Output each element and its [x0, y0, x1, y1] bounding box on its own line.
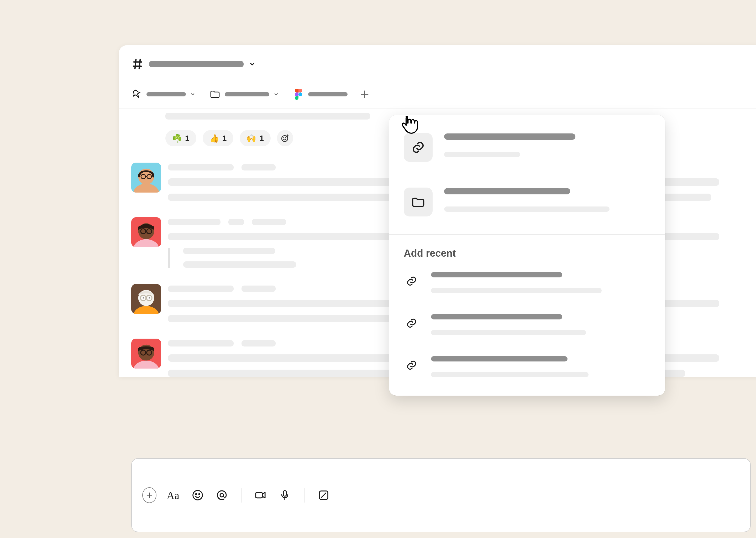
separator: [241, 488, 242, 503]
popover-add-folder[interactable]: [404, 187, 646, 217]
recent-item-title: [431, 272, 562, 277]
chevron-down-icon[interactable]: [249, 61, 256, 68]
canvas-button[interactable]: [316, 488, 331, 502]
add-reaction-button[interactable]: [277, 130, 293, 146]
popover-item-subtitle: [444, 152, 520, 157]
avatar[interactable]: [131, 163, 161, 192]
reply-preview[interactable]: [168, 248, 299, 268]
svg-point-7: [299, 92, 302, 96]
popover-recent-item[interactable]: [389, 346, 665, 396]
channel-name: [149, 61, 244, 67]
pin-icon: [131, 89, 142, 100]
link-icon: [404, 357, 419, 373]
popover-recent-heading: Add recent: [389, 235, 665, 262]
attach-button[interactable]: [142, 488, 157, 502]
emoji-clover-icon: ☘️: [172, 134, 182, 143]
reaction-count: 1: [185, 134, 190, 143]
video-button[interactable]: [254, 488, 268, 502]
link-icon: [404, 133, 433, 162]
popover-recent-item[interactable]: [389, 304, 665, 346]
emoji-raisedhands-icon: 🙌: [247, 134, 256, 143]
recent-item-subtitle: [431, 372, 589, 377]
popover-add-link[interactable]: [404, 133, 646, 162]
popover-recent-item[interactable]: [389, 262, 665, 304]
recent-item-subtitle: [431, 330, 586, 335]
svg-line-3: [139, 59, 140, 69]
avatar[interactable]: [131, 339, 161, 369]
bookmark-label: [147, 92, 186, 96]
reaction-clover[interactable]: ☘️ 1: [165, 130, 196, 146]
bookmark-folder[interactable]: [210, 89, 279, 100]
format-button[interactable]: Aa: [166, 488, 181, 502]
message-time: [242, 340, 276, 347]
plus-icon: [359, 89, 370, 100]
channel-header[interactable]: [118, 45, 756, 71]
reaction-raisedhands[interactable]: 🙌 1: [240, 130, 271, 146]
message-time: [242, 286, 276, 292]
svg-line-2: [135, 59, 136, 69]
recent-item-title: [431, 314, 562, 319]
svg-rect-54: [283, 491, 286, 496]
message-time: [242, 164, 276, 171]
svg-point-49: [193, 490, 202, 500]
reaction-count: 1: [260, 134, 264, 143]
bookmark-label: [225, 92, 269, 96]
recent-item-title: [431, 356, 568, 361]
svg-rect-53: [256, 493, 262, 498]
add-bookmark-popover: Add recent: [389, 115, 665, 396]
hash-icon: [131, 58, 144, 71]
bookmarks-bar: [118, 89, 756, 108]
author-name: [168, 286, 234, 292]
bookmark-figma[interactable]: [293, 89, 348, 100]
svg-point-15: [282, 135, 288, 141]
chevron-down-icon: [273, 92, 279, 97]
svg-rect-11: [297, 92, 299, 96]
reaction-count: 1: [222, 134, 227, 143]
message-composer[interactable]: Aa: [131, 458, 751, 532]
link-icon: [404, 315, 419, 331]
recent-item-subtitle: [431, 288, 602, 293]
reply-line: [183, 261, 296, 268]
svg-point-39: [149, 297, 150, 299]
svg-rect-12: [297, 96, 299, 98]
reaction-thumbsup[interactable]: 👍 1: [203, 130, 234, 146]
popover-item-subtitle: [444, 206, 609, 212]
svg-point-38: [143, 297, 144, 299]
svg-rect-10: [299, 89, 300, 92]
svg-line-57: [321, 493, 326, 497]
svg-point-51: [199, 494, 200, 494]
reply-line: [183, 248, 275, 254]
svg-text:Aa: Aa: [167, 489, 179, 502]
popover-item-title: [444, 134, 575, 140]
avatar[interactable]: [131, 217, 161, 247]
mention-button[interactable]: [215, 488, 229, 502]
audio-button[interactable]: [278, 488, 292, 502]
bookmark-add[interactable]: [359, 89, 370, 100]
avatar[interactable]: [131, 284, 161, 314]
svg-point-52: [220, 493, 223, 497]
chevron-down-icon: [190, 92, 195, 97]
folder-icon: [210, 89, 220, 100]
folder-icon: [404, 188, 433, 216]
emoji-button[interactable]: [191, 488, 205, 502]
svg-point-50: [196, 494, 196, 494]
message-time: [252, 219, 286, 225]
bookmark-label: [308, 92, 348, 96]
svg-rect-9: [297, 89, 299, 92]
emoji-thumbsup-icon: 👍: [210, 134, 219, 143]
message-line: [165, 113, 370, 120]
separator: [304, 488, 305, 503]
author-name: [168, 219, 220, 225]
badge: [228, 219, 244, 225]
author-name: [168, 340, 234, 347]
author-name: [168, 164, 234, 171]
figma-icon: [293, 89, 304, 100]
bookmark-pinned[interactable]: [131, 89, 195, 100]
popover-item-title: [444, 188, 570, 194]
link-icon: [404, 273, 419, 289]
